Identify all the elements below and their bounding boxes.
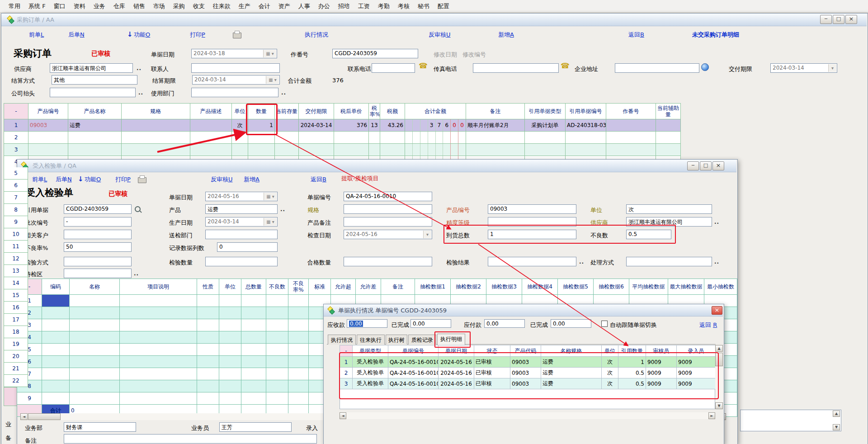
menu-item[interactable]: 生产 — [235, 0, 255, 12]
result-lookup-button[interactable]: .. — [579, 259, 584, 265]
po-add-button[interactable]: 新增A — [498, 31, 514, 39]
row-number[interactable]: 5 — [4, 167, 28, 179]
po-fax-field[interactable] — [473, 63, 559, 73]
qa-next-button[interactable]: 后单N — [56, 175, 72, 184]
po-grid-row-3[interactable]: 3 — [4, 144, 681, 156]
po-phone-field[interactable] — [372, 63, 415, 73]
qa-check-date-field[interactable]: 2024-05-16 — [344, 230, 432, 239]
row-number[interactable]: 15 — [4, 289, 28, 302]
po-exec-status-link[interactable]: 执行情况 — [305, 31, 328, 39]
qa-function-button[interactable]: 功能O — [85, 175, 101, 184]
phone-icon[interactable]: ☎ — [561, 62, 570, 70]
po-maximize-button[interactable] — [833, 15, 844, 24]
po-contact-field[interactable] — [191, 63, 280, 73]
scroll-up-button[interactable] — [715, 345, 723, 352]
row-number[interactable]: 10 — [4, 228, 28, 241]
qa-product-note-field[interactable] — [344, 217, 432, 227]
printer-icon[interactable] — [233, 33, 241, 38]
menu-item[interactable]: 配置 — [434, 0, 453, 12]
qa-spec-field[interactable] — [344, 204, 432, 214]
qa-method-field[interactable] — [64, 257, 132, 266]
qa-doc-date-field[interactable]: 2024-05-16 — [205, 192, 278, 201]
row-number[interactable]: 19 — [4, 338, 28, 350]
row-number[interactable]: 6 — [4, 179, 28, 192]
menu-item[interactable]: 会计 — [255, 0, 274, 12]
menu-item[interactable]: 招培 — [334, 0, 354, 12]
menu-item[interactable]: 销售 — [129, 0, 149, 12]
qa-ref-doc-field[interactable]: CGDD-2403059 — [64, 204, 132, 214]
menu-item[interactable]: 收支 — [189, 0, 209, 12]
menu-item[interactable]: 办公 — [314, 0, 334, 12]
scroll-left-button[interactable] — [20, 413, 28, 420]
calendar-dropdown-icon[interactable] — [264, 218, 277, 226]
row-number[interactable]: 20 — [4, 350, 28, 363]
row-number[interactable]: 9 — [4, 216, 28, 228]
po-use-dept-field[interactable] — [191, 88, 278, 97]
dropdown-icon[interactable] — [423, 231, 431, 238]
menu-item[interactable]: 窗口 — [50, 0, 70, 12]
qa-add-button[interactable]: 新增A — [244, 175, 259, 184]
menu-item[interactable]: 考核 — [394, 0, 414, 12]
company-title-lookup-button[interactable]: .. — [138, 90, 143, 96]
po-doc-date-field[interactable]: 2024-03-18 — [191, 49, 277, 58]
row-number[interactable]: 13 — [4, 265, 28, 277]
tab-exec-status[interactable]: 执行情况 — [328, 335, 356, 345]
supplier-lookup-button[interactable]: .. — [137, 65, 142, 71]
menu-item[interactable]: 秘书 — [414, 0, 434, 12]
handling-lookup-button[interactable]: .. — [714, 259, 719, 265]
qa-handling-field[interactable] — [626, 257, 712, 266]
po-close-button[interactable] — [845, 15, 857, 24]
tab-transactions[interactable]: 往来执行 — [357, 335, 385, 345]
row-number[interactable]: 11 — [4, 241, 28, 253]
auto-follow-checkbox[interactable] — [601, 321, 608, 327]
calendar-dropdown-icon[interactable] — [264, 193, 277, 200]
calendar-dropdown-icon[interactable] — [266, 76, 279, 84]
qa-pass-qty-field[interactable] — [344, 257, 432, 266]
menu-item[interactable]: 业务 — [90, 0, 109, 12]
menu-item[interactable]: 系统 F — [24, 0, 50, 12]
qa-product-field[interactable]: 运费 — [205, 204, 278, 214]
po-company-title-field[interactable] — [50, 88, 136, 97]
calendar-dropdown-icon[interactable] — [263, 50, 276, 57]
menu-item[interactable]: 往来款 — [209, 0, 235, 12]
menu-item[interactable]: 采购 — [169, 0, 189, 12]
po-settle-method-field[interactable]: 其他 — [52, 75, 137, 85]
exec-payable-field[interactable]: 0.00 — [484, 319, 525, 328]
search-icon[interactable] — [135, 206, 141, 212]
qa-person-field[interactable]: 王芳 — [219, 422, 292, 432]
qa-customer-field[interactable] — [64, 230, 132, 239]
scroll-down-button[interactable] — [715, 402, 723, 409]
phone-icon[interactable]: ☎ — [419, 62, 428, 70]
exec-back-button[interactable]: 返回 R — [699, 321, 717, 329]
printer-icon[interactable] — [138, 177, 146, 183]
row-number[interactable]: 17 — [4, 314, 28, 326]
qa-result-field[interactable] — [488, 257, 576, 266]
po-grid-row-2[interactable]: 2 — [4, 132, 681, 144]
menu-item[interactable]: 常用 — [5, 0, 24, 12]
po-doc-no-field[interactable]: CGDD-2403059 — [332, 49, 418, 58]
qa-record-cols-field[interactable]: 0 — [217, 242, 278, 252]
exec-recv-done-field[interactable]: 0.00 — [410, 319, 451, 328]
menu-item[interactable]: 资产 — [274, 0, 294, 12]
qa-doc-no-field[interactable]: QA-24-05-16-0010 — [344, 192, 432, 201]
exec-hscroll-track[interactable] — [346, 412, 708, 419]
po-address-field[interactable] — [615, 63, 699, 73]
tab-exec-tree[interactable]: 执行树 — [386, 335, 407, 345]
row-number[interactable]: 21 — [4, 363, 28, 375]
scroll-up-button[interactable] — [833, 411, 840, 417]
scroll-left-button[interactable] — [340, 412, 346, 419]
po-settle-deadline-field[interactable]: 2024-03-14 — [192, 75, 280, 85]
qa-defect-rate-field[interactable]: 50 — [64, 242, 132, 252]
qa-titlebar[interactable]: 受入检验单 / QA — [17, 160, 736, 172]
product-lookup-button[interactable]: .. — [280, 206, 285, 213]
qa-inspect-qty-field[interactable] — [205, 257, 278, 266]
po-print-button[interactable]: 打印P — [190, 31, 205, 39]
row-number[interactable]: 7 — [4, 192, 28, 204]
scroll-down-button[interactable] — [833, 424, 840, 430]
qa-dept-field[interactable]: 财务课 — [64, 422, 136, 432]
qa-wait-area-field[interactable] — [64, 269, 132, 278]
po-prev-button[interactable]: 前单L — [29, 31, 44, 39]
qa-extract-items-link[interactable]: 提取-质检项目 — [341, 175, 379, 183]
menu-item[interactable]: 工资 — [354, 0, 374, 12]
qa-send-dept-field[interactable] — [205, 230, 278, 239]
